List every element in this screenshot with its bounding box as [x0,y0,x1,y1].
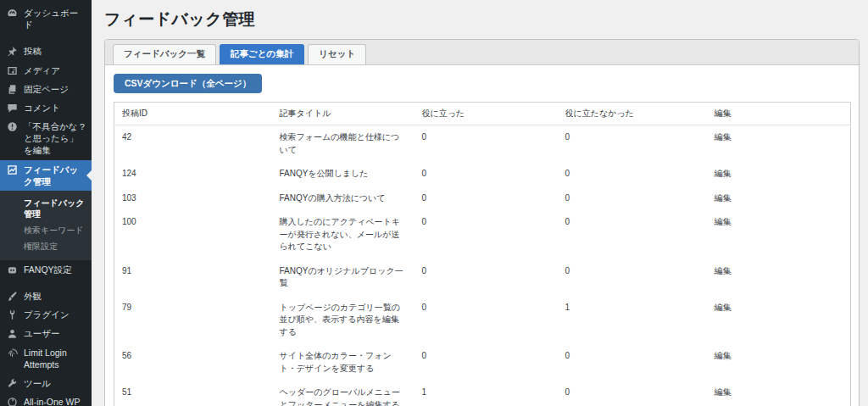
sidebar-menu: ダッシュボード投稿メディア固定ページコメント「不具合かな？と思ったら」を編集フィ… [0,3,92,406]
sidebar-item-media[interactable]: メディア [0,61,92,80]
sidebar-item-comments[interactable]: コメント [0,98,92,117]
helpful-count-cell: 0 [415,210,558,259]
fingerprint-icon [7,348,18,359]
not-helpful-count-cell: 0 [558,259,707,296]
not-helpful-count-cell: 0 [558,162,707,186]
plug-icon [7,309,18,320]
not-helpful-count-cell: 0 [558,210,707,259]
tab-reset[interactable]: リセット [308,44,366,64]
edit-cell: 編集 [707,186,851,211]
article-title-cell: FANQYを公開しました [272,162,415,186]
sidebar-item-label: ユーザー [24,327,60,339]
edit-link[interactable]: 編集 [715,351,732,360]
tab-per-article-summary[interactable]: 記事ごとの集計 [220,44,304,64]
submenu-item-search-keywords[interactable]: 検索キーワード [0,222,92,238]
article-title-cell: FANQYの購入方法について [272,186,415,211]
edit-link[interactable]: 編集 [715,193,732,203]
edit-cell: 編集 [707,210,851,259]
sidebar-item-dashboard[interactable]: ダッシュボード [0,3,92,34]
article-title-cell: トップページのカテゴリ一覧の並び順や、表示する内容を編集する [272,296,415,345]
migration-icon [7,397,18,406]
edit-link[interactable]: 編集 [715,217,732,226]
table-row: 51ヘッダーのグローバルメニューとフッターメニューを編集する10編集 [114,381,851,406]
column-header: 役に立った [415,103,558,125]
pages-icon [7,84,18,95]
article-title-cell: ヘッダーのグローバルメニューとフッターメニューを編集する [272,381,415,406]
menu-separator [0,279,92,286]
post-id-cell: 100 [114,210,272,259]
media-icon [7,65,18,76]
helpful-count-cell: 0 [415,162,558,186]
not-helpful-count-cell: 0 [558,344,707,381]
sidebar-item-all-in-one-wp-migration[interactable]: All-in-One WP Migration [0,392,92,406]
csv-download-button[interactable]: CSVダウンロード（全ページ） [114,74,262,94]
tab-bar: フィードバック一覧 記事ごとの集計 リセット [105,40,859,65]
post-id-cell: 124 [114,162,272,186]
submenu-item-feedback-management[interactable]: フィードバック管理 [0,195,92,222]
sidebar-item-label: 「不具合かな？と思ったら」を編集 [24,120,86,157]
wrench-icon [7,378,18,389]
sidebar-item-label: プラグイン [24,309,70,320]
edit-link[interactable]: 編集 [715,387,732,397]
edit-link[interactable]: 編集 [715,132,732,142]
helpful-count-cell: 0 [415,186,558,211]
submenu-item-permission-settings[interactable]: 権限設定 [0,238,92,254]
edit-link[interactable]: 編集 [715,266,732,275]
post-id-cell: 51 [114,381,272,406]
article-title-cell: 購入したのにアクティベートキーが発行されない、メールが送られてこない [272,210,415,259]
robot-icon [7,264,18,275]
menu-separator [0,34,92,42]
sidebar-item-label: 投稿 [24,45,42,57]
user-icon [7,328,18,339]
sidebar-item-limit-login-attempts[interactable]: Limit Login Attempts [0,343,92,374]
post-id-cell: 79 [114,296,272,345]
sidebar-item-pages[interactable]: 固定ページ [0,80,92,98]
sidebar-item-edit-notice[interactable]: 「不具合かな？と思ったら」を編集 [0,117,92,160]
not-helpful-count-cell: 0 [558,125,707,163]
feedback-summary-table: 投稿ID記事タイトル役に立った役に立たなかった編集 42検索フォームの機能と仕様… [114,102,851,406]
article-title-cell: FANQYのオリジナルブロック一覧 [272,259,415,296]
not-helpful-count-cell: 0 [558,381,707,406]
sidebar-item-label: コメント [24,102,60,114]
sidebar-item-tools[interactable]: ツール [0,374,92,392]
sidebar-item-fanqy-settings[interactable]: FANQY設定 [0,260,92,279]
sidebar-item-label: Limit Login Attempts [24,347,86,370]
warning-icon [7,121,18,132]
article-title-cell: 検索フォームの機能と仕様について [272,125,415,163]
sidebar-item-feedback-management[interactable]: フィードバック管理 [0,160,92,191]
helpful-count-cell: 0 [415,344,558,381]
column-header: 編集 [707,103,851,125]
helpful-count-cell: 1 [415,381,558,406]
article-title-cell: サイト全体のカラー・フォント・デザインを変更する [272,344,415,381]
tab-feedback-list[interactable]: フィードバック一覧 [113,44,216,64]
edit-cell: 編集 [707,344,851,381]
edit-cell: 編集 [707,162,851,186]
sidebar-item-posts[interactable]: 投稿 [0,42,92,60]
post-id-cell: 56 [114,344,272,381]
comment-icon [7,103,18,114]
column-header: 投稿ID [114,103,272,125]
edit-cell: 編集 [707,259,851,296]
sidebar-item-label: All-in-One WP Migration [24,396,86,406]
pin-icon [7,46,18,57]
table-row: 100購入したのにアクティベートキーが発行されない、メールが送られてこない00編… [114,210,851,259]
sidebar-item-appearance[interactable]: 外観 [0,286,92,305]
table-row: 103FANQYの購入方法について00編集 [114,186,851,211]
table-row: 79トップページのカテゴリ一覧の並び順や、表示する内容を編集する01編集 [114,296,851,345]
table-row: 56サイト全体のカラー・フォント・デザインを変更する00編集 [114,344,851,381]
edit-link[interactable]: 編集 [715,303,732,312]
tab-panel-body: CSVダウンロード（全ページ） 投稿ID記事タイトル役に立った役に立たなかった編… [105,65,859,406]
table-row: 91FANQYのオリジナルブロック一覧00編集 [114,259,851,296]
sidebar-item-label: メディア [24,64,60,76]
sidebar-item-plugins[interactable]: プラグイン [0,305,92,324]
sidebar-item-label: ダッシュボード [24,7,86,31]
helpful-count-cell: 0 [415,125,558,163]
not-helpful-count-cell: 0 [558,186,707,211]
sidebar-item-label: 固定ページ [24,83,69,95]
sidebar-item-users[interactable]: ユーザー [0,324,92,342]
edit-link[interactable]: 編集 [715,169,732,178]
sidebar-item-label: ツール [24,377,51,389]
edit-cell: 編集 [707,125,851,163]
edit-cell: 編集 [707,296,851,345]
main-content: フィードバック管理 フィードバック一覧 記事ごとの集計 リセット CSVダウンロ… [92,0,868,406]
